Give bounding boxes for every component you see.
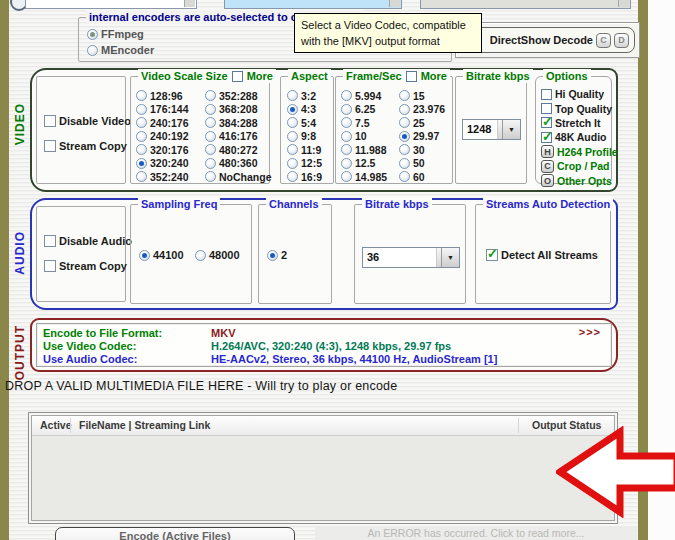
radio-circle: [267, 250, 278, 261]
radio-aspect[interactable]: 9:8: [287, 130, 322, 144]
clipped-field-2[interactable]: [224, 0, 402, 9]
red-arrow-shape: [560, 432, 675, 512]
radio-scale[interactable]: 240:192: [136, 130, 189, 144]
radio-fps[interactable]: 30: [399, 143, 445, 157]
radio-aspect[interactable]: 12:5: [287, 157, 322, 171]
radio-fps[interactable]: 12.5: [341, 157, 387, 171]
clipped-field-1[interactable]: [25, 0, 197, 9]
video-bitrate-combobox[interactable]: 1248 ▼: [462, 119, 521, 140]
radio-fps-selected[interactable]: 29.97: [399, 130, 445, 144]
radio-fps[interactable]: 14.985: [341, 170, 387, 184]
radio-label: 50: [413, 157, 425, 169]
output-row-video: Use Video Codec: H.264/AVC, 320:240 (4:3…: [43, 340, 451, 352]
video-bitrate-title-row: Bitrate kbps: [463, 69, 533, 83]
radio-scale[interactable]: 368:208: [205, 103, 272, 117]
radio-fps[interactable]: 60: [399, 170, 445, 184]
radio-fps[interactable]: 6.25: [341, 103, 387, 117]
radio-fps[interactable]: 7.5: [341, 116, 387, 130]
radio-aspect[interactable]: 5:4: [287, 116, 322, 130]
radio-fps[interactable]: 5.994: [341, 89, 387, 103]
radio-label: 60: [413, 171, 425, 183]
radio-fps[interactable]: 10: [341, 130, 387, 144]
aspect-groupbox: Aspect 3:2 4:3 5:4 9:8 11:9 12:5 16:9: [280, 76, 334, 184]
radio-circle: [341, 158, 352, 169]
radio-scale-selected[interactable]: 320:240: [136, 157, 189, 171]
radio-scale[interactable]: 416:176: [205, 130, 272, 144]
radio-channels-2-selected[interactable]: 2: [267, 249, 287, 261]
h264-profile-button[interactable]: HH264 Profile: [541, 145, 618, 159]
options-title: Options: [546, 69, 588, 83]
radio-fps[interactable]: 23.976: [399, 103, 445, 117]
radio-aspect[interactable]: 16:9: [287, 170, 322, 184]
radio-fps[interactable]: 25: [399, 116, 445, 130]
radio-aspect-selected[interactable]: 4:3: [287, 103, 322, 117]
hi-quality-checkbox[interactable]: Hi Quality: [541, 87, 618, 101]
radio-label: 15: [413, 90, 425, 102]
radio-label: NoChange: [219, 171, 272, 183]
radio-scale[interactable]: 352:288: [205, 89, 272, 103]
disable-video-checkbox[interactable]: Disable Video: [44, 115, 131, 127]
column-separator[interactable]: [518, 418, 519, 433]
radio-circle: [399, 144, 410, 155]
crop-pad-button[interactable]: CCrop / Pad: [541, 159, 618, 173]
radio-circle: [399, 131, 410, 142]
radio-label: 12:5: [301, 157, 322, 169]
radio-label: 23.976: [413, 103, 445, 115]
radio-scale[interactable]: 176:144: [136, 103, 189, 117]
audio-stream-copy-checkbox[interactable]: Stream Copy: [44, 260, 127, 272]
radio-scale[interactable]: NoChange: [205, 170, 272, 184]
radio-fps[interactable]: 50: [399, 157, 445, 171]
video-scale-more-checkbox[interactable]: [232, 71, 243, 82]
radio-scale[interactable]: 320:176: [136, 143, 189, 157]
radio-scale[interactable]: 352:240: [136, 170, 189, 184]
column-separator[interactable]: [70, 418, 71, 433]
radio-label: 11.988: [355, 144, 387, 156]
radio-scale[interactable]: 480:272: [205, 143, 272, 157]
radio-ffmpeg[interactable]: FFmpeg: [87, 28, 144, 40]
radio-mencoder[interactable]: MEncoder: [87, 44, 154, 56]
48k-audio-checkbox[interactable]: 48K Audio: [541, 130, 618, 144]
file-list-header[interactable]: Active FileName | Streaming Link Output …: [32, 416, 614, 436]
radio-aspect[interactable]: 11:9: [287, 143, 322, 157]
radio-circle: [205, 117, 216, 128]
file-list-drop-area[interactable]: Active FileName | Streaming Link Output …: [31, 415, 615, 521]
radio-scale[interactable]: 240:176: [136, 116, 189, 130]
fps-more-checkbox[interactable]: [406, 71, 417, 82]
column-filename[interactable]: FileName | Streaming Link: [79, 419, 210, 431]
directshow-d-button[interactable]: D: [614, 33, 629, 48]
radio-scale[interactable]: 384:288: [205, 116, 272, 130]
audio-bitrate-combobox[interactable]: 36 ▼: [362, 247, 460, 268]
radio-aspect[interactable]: 3:2: [287, 89, 322, 103]
radio-48000[interactable]: 48000: [195, 249, 240, 261]
radio-circle: [136, 171, 147, 182]
radio-circle: [136, 90, 147, 101]
column-active[interactable]: Active: [40, 419, 72, 431]
video-stream-copy-checkbox[interactable]: Stream Copy: [44, 140, 127, 152]
fps-more-label: More: [421, 69, 447, 83]
directshow-c-button[interactable]: C: [596, 33, 611, 48]
disable-audio-checkbox[interactable]: Disable Audio: [44, 235, 132, 247]
output-more-indicator[interactable]: >>>: [579, 326, 601, 338]
radio-label: 44100: [153, 249, 184, 261]
detect-all-streams-checkbox[interactable]: Detect All Streams: [486, 249, 598, 261]
sampling-freq-groupbox: Sampling Freq 44100 48000: [130, 204, 252, 304]
radio-fps[interactable]: 11.988: [341, 143, 387, 157]
fps-col2: 15 23.976 25 29.97 30 50 60: [399, 89, 445, 184]
radio-circle: [205, 158, 216, 169]
checkbox-box: [541, 132, 552, 143]
radio-scale[interactable]: 480:360: [205, 157, 272, 171]
radio-circle: [287, 90, 298, 101]
channels-title: Channels: [269, 197, 319, 211]
encode-button[interactable]: Encode (Active Files): [55, 527, 295, 540]
checkbox-label: 48K Audio: [555, 131, 607, 143]
radio-44100-selected[interactable]: 44100: [139, 249, 184, 261]
error-status-text[interactable]: An ERROR has occurred. Click to read mor…: [315, 527, 637, 540]
clipped-field-3[interactable]: [420, 0, 631, 9]
video-stream-copy-box: [44, 140, 56, 152]
radio-circle: [136, 104, 147, 115]
radio-fps[interactable]: 15: [399, 89, 445, 103]
options-list: Hi Quality Top Quality Stretch It 48K Au…: [541, 87, 618, 188]
radio-scale[interactable]: 128:96: [136, 89, 189, 103]
other-opts-button[interactable]: OOther Opts: [541, 173, 618, 187]
radio-circle: [287, 171, 298, 182]
